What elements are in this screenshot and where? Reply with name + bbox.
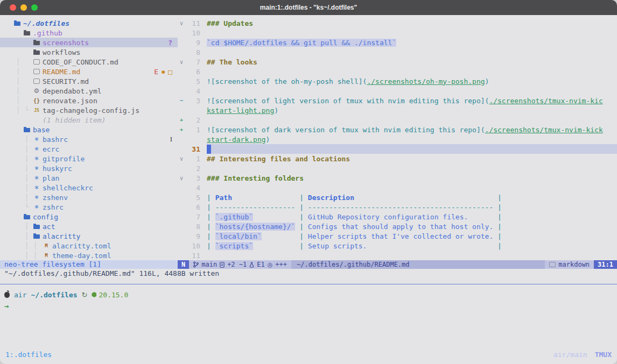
tree-item[interactable]: │CODE_OF_CONDUCT.md [0, 57, 178, 67]
apple-icon [4, 292, 10, 298]
tree-item[interactable]: │{}renovate.json [0, 96, 178, 105]
titlebar[interactable]: main:1:.dotfiles - "ks~/.dotfiles" [0, 0, 617, 15]
tree-item[interactable]: │*zshenv [0, 192, 178, 202]
tree-item[interactable]: screenshots? [0, 38, 178, 47]
git-status-badges: I [170, 135, 178, 144]
indent-guide: │ [16, 57, 20, 67]
editor-line[interactable]: 4 [178, 86, 617, 96]
line-number: 8 [185, 48, 200, 56]
cursor-line [207, 144, 617, 154]
editor-line[interactable]: 8 [178, 47, 617, 57]
tree-item[interactable]: ││Mtheme-day.toml [0, 251, 178, 260]
editor-line[interactable]: ∨3### Interesting folders [178, 173, 617, 183]
tree-item[interactable]: │alacritty [0, 231, 178, 241]
indent-guide: │ [25, 192, 29, 202]
editor-line[interactable]: ∨11### Updates [178, 18, 617, 28]
braces-icon: {} [32, 98, 41, 104]
editor-pane[interactable]: ∨11### Updates109`cd $HOME/.dotfiles && … [178, 15, 617, 269]
editor-line[interactable]: 6 [178, 67, 617, 76]
editor-line[interactable]: 10 [178, 28, 617, 38]
neo-tree-panel: ~/.dotfiles.githubscreenshots?workflows│… [0, 15, 178, 269]
git-change-sign: ~ [178, 97, 185, 104]
tree-item[interactable]: │act [0, 222, 178, 231]
tree-item[interactable]: │SECURITY.md [0, 76, 178, 86]
tree-item-label: ecrc [43, 145, 59, 153]
line-text: | ------------------- | ----------------… [207, 203, 617, 211]
line-text: start-dark.png) [207, 135, 617, 144]
tree-item[interactable]: config [0, 212, 178, 222]
indent-guide: │ [25, 222, 29, 231]
editor-line[interactable]: 8| `hosts/{hostname}/` | Configs that sh… [178, 222, 617, 231]
git-status-badges: E●□ [154, 68, 178, 76]
line-number: 9 [185, 39, 200, 47]
line-number: 9 [185, 232, 200, 240]
tree-item[interactable]: │*gitprofile [0, 154, 178, 163]
tmux-pane-top: ~/.dotfiles.githubscreenshots?workflows│… [0, 15, 617, 269]
line-text: `cd $HOME/.dotfiles && git pull && ./ins… [207, 39, 617, 47]
editor-line[interactable]: kstart-light.png) [178, 105, 617, 115]
tree-item[interactable]: base [0, 125, 178, 134]
tree-item[interactable]: workflows [0, 47, 178, 57]
line-number: 7 [185, 58, 200, 66]
node-version: 20.15.0 [92, 291, 128, 299]
tree-item[interactable]: │*bashrcI [0, 134, 178, 144]
indent-guide: │ [25, 183, 29, 192]
zoom-button[interactable] [31, 4, 38, 11]
line-number: 4 [185, 87, 200, 95]
editor-line[interactable]: start-dark.png) [178, 134, 617, 144]
tree-item[interactable]: │⚙dependabot.yml [0, 86, 178, 96]
editor-line[interactable]: 10| `scripts` | Setup scripts. | [178, 241, 617, 251]
indent-guide: │ [33, 241, 37, 251]
editor-line[interactable]: +2 [178, 115, 617, 125]
line-text: ![screenshot of the oh-my-posh shell](./… [207, 77, 617, 85]
editor-line[interactable]: 6| ------------------- | ---------------… [178, 202, 617, 212]
tree-item-label: bashrc [43, 135, 68, 144]
line-text: ### Interesting folders [207, 174, 617, 182]
line-number: 11 [185, 252, 200, 260]
tree-item[interactable]: .github [0, 28, 178, 38]
status-badge: □ [168, 68, 172, 76]
editor-line[interactable]: 5![screenshot of the oh-my-posh shell](.… [178, 76, 617, 86]
editor-line[interactable]: 9`cd $HOME/.dotfiles && git pull && ./in… [178, 38, 617, 47]
indent-guide: │ [25, 144, 29, 154]
editor-line[interactable]: 4 [178, 183, 617, 192]
git-branch-icon [193, 261, 199, 268]
tree-item[interactable]: │*ecrc [0, 144, 178, 154]
indent-guide: │ [33, 251, 37, 260]
tree-item[interactable]: │*shellcheckrc [0, 183, 178, 192]
star-icon: * [32, 177, 41, 182]
tree-item[interactable]: (1 hidden item) [0, 115, 178, 125]
line-number: 2 [185, 116, 200, 124]
minimize-button[interactable] [20, 4, 27, 11]
editor-line[interactable]: 5| Path | Description | [178, 192, 617, 202]
tree-item[interactable]: ││Malacritty.toml [0, 241, 178, 251]
editor-line[interactable]: 11 [178, 251, 617, 260]
editor-line[interactable]: 9| `local/bin` | Helper scripts that I'v… [178, 231, 617, 241]
tree-item[interactable]: │*plan [0, 173, 178, 183]
editor-line[interactable]: 31 [178, 144, 617, 154]
line-number: 5 [185, 77, 200, 85]
js-icon: JS [32, 108, 41, 113]
editor-line[interactable]: ∨1## Interesting files and locations [178, 154, 617, 163]
git-add-sign: + [178, 126, 185, 133]
line-text: | `local/bin` | Helper scripts that I've… [207, 232, 617, 240]
editor-line[interactable]: +1![screenshot of dark version of tmux w… [178, 125, 617, 134]
editor-line[interactable]: ~3![screenshot of light version of tmux … [178, 96, 617, 105]
tree-item[interactable]: │└JStag-changelog-config.js [0, 105, 178, 115]
tree-item[interactable]: │*huskyrc [0, 163, 178, 173]
line-text: | `.github` | GitHub Repository configur… [207, 213, 617, 221]
editor-line[interactable]: 7| `.github` | GitHub Repository configu… [178, 212, 617, 222]
tree-item-label: workflows [43, 48, 80, 56]
editor-line[interactable]: 2 [178, 163, 617, 173]
prompt-arrow[interactable]: → [0, 302, 617, 311]
close-button[interactable] [10, 4, 16, 11]
line-text: ## Interesting files and locations [207, 155, 617, 163]
tree-item[interactable]: └*zshrc [0, 202, 178, 212]
tmux-pane-border[interactable] [0, 284, 617, 284]
tree-item[interactable]: │README.mdE●□ [0, 67, 178, 76]
editor-buffer[interactable]: ∨11### Updates109`cd $HOME/.dotfiles && … [178, 15, 617, 260]
shell-prompt: air ~/.dotfiles ↻ 20.15.0 [0, 289, 617, 300]
tmux-window-tab[interactable]: 1:.dotfiles [5, 351, 52, 359]
tree-item[interactable]: ~/.dotfiles [0, 18, 178, 28]
editor-line[interactable]: ∨7## The looks [178, 57, 617, 67]
